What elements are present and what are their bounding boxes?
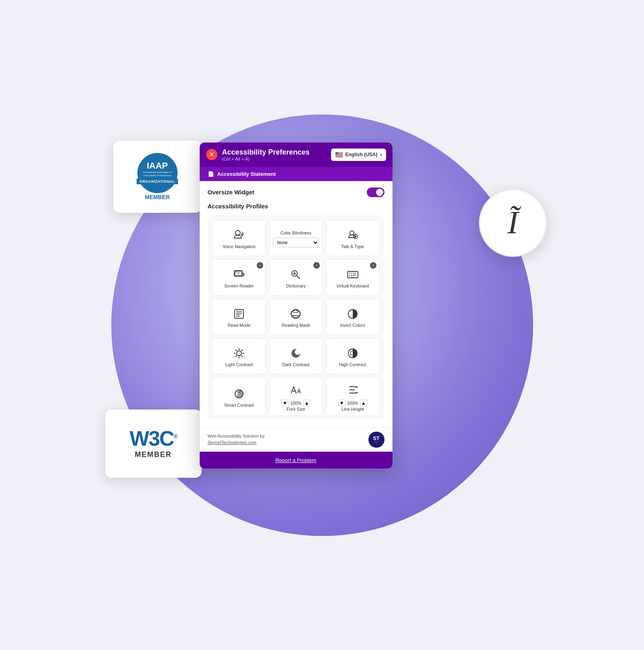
chevron-down-icon: ▾ xyxy=(380,153,382,157)
line-height-label: Line Height xyxy=(341,407,364,412)
svg-point-1 xyxy=(350,231,354,235)
invert-colors-item[interactable]: Invert Colors xyxy=(326,299,379,335)
panel-footer: Web Accessibility Solution by SkynetTech… xyxy=(200,427,393,452)
virtual-keyboard-info-icon[interactable]: i xyxy=(370,262,376,269)
font-size-icon xyxy=(289,383,302,396)
reading-mask-item[interactable]: Reading Mask xyxy=(269,299,323,335)
oversize-widget-label: Oversize Widget xyxy=(208,189,255,196)
iaap-org-label: ORGANIZATIONAL xyxy=(137,179,178,184)
font-size-decrease[interactable]: ▼ xyxy=(281,399,288,407)
talk-type-icon xyxy=(346,229,359,242)
grid-row-1: Voice Navigation Color Blindness None Pr… xyxy=(213,220,380,256)
read-mode-label: Read Mode xyxy=(228,323,251,328)
svg-rect-13 xyxy=(353,275,356,276)
screen-reader-info-icon[interactable]: i xyxy=(257,262,263,269)
grid-row-4: Light Contrast Dark Contrast xyxy=(213,338,380,374)
w3c-card: W3C® MEMBER xyxy=(105,410,202,478)
accessibility-widget-panel: ✕ Accessibility Preferences (Ctrl + Alt … xyxy=(200,143,393,469)
iaap-sub-text: International Association of Accessibili… xyxy=(141,171,174,177)
svg-rect-14 xyxy=(235,310,243,318)
statement-label: Accessibility Statement xyxy=(217,171,276,177)
footer-logo: ST ST xyxy=(368,432,384,448)
voice-navigation-item[interactable]: Voice Navigation xyxy=(213,220,266,256)
grid-row-2: i Screen Reader i xyxy=(213,259,380,295)
accessibility-statement-bar[interactable]: 📄 Accessibility Statement xyxy=(200,167,393,181)
line-height-item[interactable]: ▼ 100% ▲ Line Height xyxy=(326,377,379,416)
iaap-main-text: IAAP xyxy=(147,161,168,170)
line-height-decrease[interactable]: ▼ xyxy=(338,399,346,407)
virtual-keyboard-label: Virtual Keyboard xyxy=(336,283,369,288)
screen-reader-icon xyxy=(233,268,245,281)
w3c-logo-text: W3C xyxy=(130,427,174,450)
tilde-card: Ĩ xyxy=(479,189,547,257)
dictionary-icon xyxy=(289,268,302,281)
scene: IAAP International Association of Access… xyxy=(81,84,563,566)
light-contrast-icon xyxy=(233,347,245,360)
high-contrast-label: High Contrast xyxy=(339,362,366,367)
document-icon: 📄 xyxy=(208,171,214,177)
header-left: ✕ Accessibility Preferences (Ctrl + Alt … xyxy=(206,148,310,161)
iaap-card: IAAP International Association of Access… xyxy=(113,141,202,213)
panel-content: Oversize Widget Accessibility Profiles xyxy=(200,181,393,427)
dictionary-item[interactable]: i Dictionary xyxy=(269,259,323,295)
color-blindness-label: Color Blindness xyxy=(280,230,311,235)
language-flag-icon: 🇺🇸 xyxy=(335,151,343,159)
font-size-label: Font Size xyxy=(286,407,305,412)
close-button[interactable]: ✕ xyxy=(206,149,217,160)
language-text: English (USA) xyxy=(346,152,378,157)
dark-contrast-icon xyxy=(289,347,302,360)
virtual-keyboard-item[interactable]: i Virtual Keyboard xyxy=(326,259,379,295)
report-problem-button[interactable]: Report a Problem xyxy=(276,457,317,463)
color-blindness-item[interactable]: Color Blindness None Protanopia Deuteran… xyxy=(269,220,323,256)
svg-rect-11 xyxy=(349,275,350,276)
st-logo-sub: ST xyxy=(375,441,378,443)
oversize-widget-toggle[interactable] xyxy=(367,187,384,197)
read-mode-item[interactable]: Read Mode xyxy=(213,299,266,335)
line-height-icon xyxy=(346,383,359,396)
svg-point-17 xyxy=(237,351,241,356)
iaap-badge: IAAP International Association of Access… xyxy=(137,153,178,200)
invert-colors-icon xyxy=(346,308,359,320)
grid-row-3: Read Mode Reading Mask xyxy=(213,299,380,335)
footer-link[interactable]: SkynetTechnologies.com xyxy=(208,440,257,445)
screen-reader-item[interactable]: i Screen Reader xyxy=(213,259,266,295)
oversize-widget-row: Oversize Widget xyxy=(208,187,384,197)
profiles-grid: Voice Navigation Color Blindness None Pr… xyxy=(208,215,384,421)
color-blindness-select[interactable]: None Protanopia Deuteranopia Tritanopia xyxy=(273,238,319,247)
talk-type-label: Talk & Type xyxy=(341,244,364,249)
svg-rect-12 xyxy=(351,275,352,276)
grid-row-5: Smart Contrast ▼ 100% ▲ xyxy=(213,377,380,416)
read-mode-icon xyxy=(233,308,245,320)
report-problem-container: Report a Problem xyxy=(200,452,393,469)
panel-header: ✕ Accessibility Preferences (Ctrl + Alt … xyxy=(200,143,393,167)
invert-colors-label: Invert Colors xyxy=(340,323,365,328)
footer-text-line1: Web Accessibility Solution by xyxy=(208,434,265,438)
panel-shortcut: (Ctrl + Alt + A) xyxy=(222,157,310,161)
smart-contrast-icon xyxy=(233,387,245,400)
high-contrast-icon xyxy=(346,347,359,360)
voice-navigation-label: Voice Navigation xyxy=(223,244,256,249)
dark-contrast-label: Dark Contrast xyxy=(282,362,310,367)
w3c-logo: W3C® xyxy=(130,428,177,449)
svg-rect-9 xyxy=(353,273,354,274)
footer-credits: Web Accessibility Solution by SkynetTech… xyxy=(208,434,265,446)
font-size-item[interactable]: ▼ 100% ▲ Font Size xyxy=(269,377,323,416)
screen-reader-label: Screen Reader xyxy=(224,283,254,288)
header-title-group: Accessibility Preferences (Ctrl + Alt + … xyxy=(222,148,310,161)
svg-rect-10 xyxy=(355,273,356,274)
smart-contrast-item[interactable]: Smart Contrast xyxy=(213,377,266,416)
font-size-increase[interactable]: ▲ xyxy=(303,399,311,407)
light-contrast-item[interactable]: Light Contrast xyxy=(213,338,266,374)
reading-mask-icon xyxy=(289,308,302,320)
svg-rect-7 xyxy=(349,273,350,274)
language-selector[interactable]: 🇺🇸 English (USA) ▾ xyxy=(331,149,386,161)
dictionary-info-icon[interactable]: i xyxy=(313,262,320,269)
dark-contrast-item[interactable]: Dark Contrast xyxy=(269,338,323,374)
dictionary-label: Dictionary xyxy=(286,283,306,288)
talk-type-item[interactable]: Talk & Type xyxy=(326,220,379,256)
voice-navigation-icon xyxy=(233,229,245,242)
virtual-keyboard-icon xyxy=(346,268,359,281)
st-logo-text: ST xyxy=(373,436,380,441)
high-contrast-item[interactable]: High Contrast xyxy=(326,338,379,374)
line-height-increase[interactable]: ▲ xyxy=(360,399,367,407)
